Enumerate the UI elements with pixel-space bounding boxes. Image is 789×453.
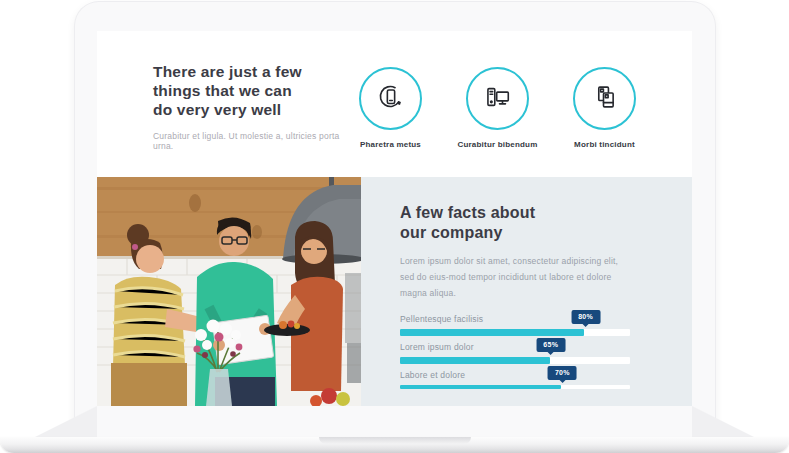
mobile-cards-icon xyxy=(590,82,620,116)
progress-bars: Pellentesque facilisis 80% Lorem ipsum d… xyxy=(400,314,632,389)
features-copy: There are just a few things that we can … xyxy=(153,62,313,151)
facts-copy: A few facts about our company Lorem ipsu… xyxy=(400,177,632,395)
features-section: There are just a few things that we can … xyxy=(97,31,692,177)
laptop-hinge-notch xyxy=(319,437,471,444)
facts-section: A few facts about our company Lorem ipsu… xyxy=(97,177,692,406)
feature-label: Pharetra metus xyxy=(360,140,421,149)
progress-track xyxy=(400,385,630,389)
facts-heading-line1: A few facts about xyxy=(400,203,632,223)
feature-items-row: Pharetra metus xyxy=(359,67,636,130)
progress-value-badge: 80% xyxy=(571,310,600,324)
progress-track xyxy=(400,357,630,364)
laptop-hinge-flare-right xyxy=(692,406,754,437)
kitchen-photo xyxy=(97,177,361,406)
facts-heading-line2: our company xyxy=(400,223,632,243)
progress-row-lorem: Lorem ipsum dolor 65% xyxy=(400,342,632,364)
progress-row-labore: Labore et dolore 70% xyxy=(400,370,632,389)
feature-item-pharetra: Pharetra metus xyxy=(359,67,422,130)
progress-fill xyxy=(400,385,561,389)
feature-circle xyxy=(466,67,529,130)
laptop-mockup-hero: There are just a few things that we can … xyxy=(0,0,789,453)
feature-label: Curabitur bibendum xyxy=(457,140,537,149)
website-screen: There are just a few things that we can … xyxy=(97,31,692,406)
progress-value-badge: 70% xyxy=(548,366,577,380)
progress-fill xyxy=(400,329,584,336)
feature-circle xyxy=(359,67,422,130)
feature-circle xyxy=(573,67,636,130)
features-heading: There are just a few things that we can … xyxy=(153,62,305,120)
facts-paragraph: Lorem ipsum dolor sit amet, consectetur … xyxy=(400,253,632,301)
progress-label: Labore et dolore xyxy=(400,370,632,380)
feature-item-curabitur: Curabitur bibendum xyxy=(466,67,529,130)
progress-fill xyxy=(400,357,550,364)
desktop-computer-icon xyxy=(483,82,513,116)
facts-heading: A few facts about our company xyxy=(400,203,632,243)
progress-label: Lorem ipsum dolor xyxy=(400,342,632,352)
progress-row-pellentesque: Pellentesque facilisis 80% xyxy=(400,314,632,336)
phone-sync-icon xyxy=(376,82,406,116)
feature-label: Morbi tincidunt xyxy=(574,140,635,149)
progress-value-badge: 65% xyxy=(536,338,565,352)
progress-track xyxy=(400,329,630,336)
features-subheading: Curabitur et ligula. Ut molestie a, ultr… xyxy=(153,131,353,151)
feature-item-morbi: Morbi tincidunt xyxy=(573,67,636,130)
